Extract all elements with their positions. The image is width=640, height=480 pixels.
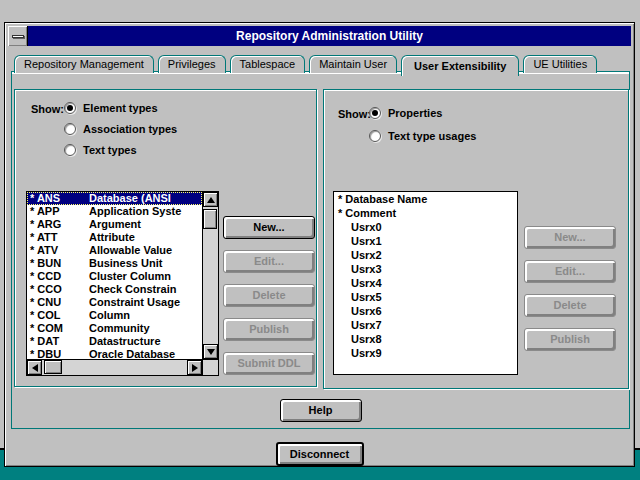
show-label: Show: (338, 108, 371, 120)
element-name: Attribute (89, 231, 202, 244)
left-arrow-icon (32, 364, 38, 372)
element-name: Oracle Database (89, 348, 202, 359)
list-item[interactable]: * ATT Attribute (27, 231, 202, 244)
disconnect-button[interactable]: Disconnect (276, 442, 364, 466)
element-code: * ATV (27, 244, 89, 257)
radio-option[interactable]: Text types (64, 142, 177, 158)
tab-label: Tablespace (240, 58, 296, 70)
list-item[interactable]: Usrx3 (334, 262, 517, 276)
element-code: * CCO (27, 283, 89, 296)
scrollbar-corner (202, 359, 218, 375)
element-name: Column (89, 309, 202, 322)
tab[interactable]: User Extensibility (401, 55, 519, 76)
action-button[interactable]: Submit DDL (223, 352, 315, 375)
list-item[interactable]: Usrx2 (334, 248, 517, 262)
element-code: * DAT (27, 335, 89, 348)
horizontal-scroll-track[interactable] (42, 360, 187, 375)
horizontal-scroll-thumb[interactable] (44, 360, 62, 374)
left-show-options: Element types Association types Text typ… (64, 100, 177, 158)
tab[interactable]: Maintain User (309, 55, 397, 73)
list-item[interactable]: Usrx0 (334, 220, 517, 234)
list-item[interactable]: * CNU Constraint Usage (27, 296, 202, 309)
tab-label: UE Utilities (533, 58, 587, 70)
tab-label: Maintain User (319, 58, 387, 70)
element-code: * ARG (27, 218, 89, 231)
list-item[interactable]: * DBU Oracle Database (27, 348, 202, 359)
vertical-scroll-track[interactable] (203, 207, 218, 344)
radio-option-label: Text type usages (388, 130, 476, 142)
list-item[interactable]: Usrx6 (334, 304, 517, 318)
list-item[interactable]: Usrx7 (334, 318, 517, 332)
radio-option[interactable]: Element types (64, 100, 177, 116)
tab[interactable]: UE Utilities (523, 55, 597, 73)
tab-bar: Repository Management Privileges Tablesp… (14, 53, 597, 73)
tab-label: User Extensibility (414, 60, 506, 72)
right-show-options: Properties Text type usages (369, 105, 476, 144)
tab[interactable]: Privileges (158, 55, 226, 73)
window-title: Repository Administration Utility (28, 26, 631, 46)
help-button[interactable]: Help (280, 399, 362, 422)
radio-option-label: Text types (83, 144, 137, 156)
repository-admin-window: Repository Administration Utility Reposi… (4, 22, 635, 467)
action-button[interactable]: Delete (524, 294, 616, 317)
action-button[interactable]: New... (223, 216, 315, 239)
right-arrow-icon (192, 364, 198, 372)
radio-option[interactable]: Properties (369, 105, 476, 121)
property-actions: New... Edit... Delete Publish (524, 226, 616, 351)
desktop: Program Manager Repository Administratio… (0, 0, 640, 480)
list-item[interactable]: * CCO Check Constrain (27, 283, 202, 296)
scroll-right-button[interactable] (187, 360, 202, 375)
action-button[interactable]: Publish (223, 318, 315, 341)
list-item[interactable]: * DAT Datastructure (27, 335, 202, 348)
scroll-left-button[interactable] (27, 360, 42, 375)
list-item[interactable]: Usrx8 (334, 332, 517, 346)
element-name: Check Constrain (89, 283, 202, 296)
element-code: * APP (27, 205, 89, 218)
horizontal-scrollbar[interactable] (27, 359, 202, 375)
list-item[interactable]: Usrx1 (334, 234, 517, 248)
action-button[interactable]: Edit... (524, 260, 616, 283)
scroll-up-button[interactable] (203, 192, 218, 207)
element-code: * CCD (27, 270, 89, 283)
radio-option-label: Properties (388, 107, 442, 119)
vertical-scroll-thumb[interactable] (203, 209, 217, 229)
element-name: Community (89, 322, 202, 335)
list-item[interactable]: * ANS Database (ANSI (27, 192, 202, 205)
vertical-scrollbar[interactable] (202, 192, 218, 359)
list-item[interactable]: Usrx5 (334, 290, 517, 304)
action-button[interactable]: Delete (223, 284, 315, 307)
radio-icon (64, 144, 76, 156)
radio-icon (64, 102, 76, 114)
tab[interactable]: Repository Management (14, 55, 154, 73)
action-button[interactable]: Edit... (223, 250, 315, 273)
show-label: Show: (31, 103, 64, 115)
window-system-menu-button[interactable] (8, 26, 28, 46)
list-item[interactable]: * ARG Argument (27, 218, 202, 231)
element-types-list: * ANS Database (ANSI * APP Application S… (26, 191, 219, 376)
radio-option-label: Element types (83, 102, 158, 114)
tab[interactable]: Tablespace (230, 55, 306, 73)
list-item[interactable]: Usrx4 (334, 276, 517, 290)
element-name: Argument (89, 218, 202, 231)
window-titlebar[interactable]: Repository Administration Utility (8, 26, 631, 46)
list-item[interactable]: * Comment (334, 206, 517, 220)
list-item[interactable]: * Database Name (334, 192, 517, 206)
list-item[interactable]: * ATV Allowable Value (27, 244, 202, 257)
radio-icon (369, 130, 381, 142)
tab-label: Repository Management (24, 58, 144, 70)
action-button[interactable]: Publish (524, 328, 616, 351)
list-item[interactable]: * CCD Cluster Column (27, 270, 202, 283)
element-code: * COM (27, 322, 89, 335)
list-item[interactable]: Usrx9 (334, 346, 517, 360)
radio-option[interactable]: Association types (64, 121, 177, 137)
list-item[interactable]: * APP Application Syste (27, 205, 202, 218)
radio-option[interactable]: Text type usages (369, 128, 476, 144)
action-button[interactable]: New... (524, 226, 616, 249)
scroll-down-button[interactable] (203, 344, 218, 359)
list-item[interactable]: * COM Community (27, 322, 202, 335)
up-arrow-icon (207, 197, 215, 203)
list-item[interactable]: * BUN Business Unit (27, 257, 202, 270)
list-item[interactable]: * COL Column (27, 309, 202, 322)
tab-label: Privileges (168, 58, 216, 70)
radio-icon (369, 107, 381, 119)
